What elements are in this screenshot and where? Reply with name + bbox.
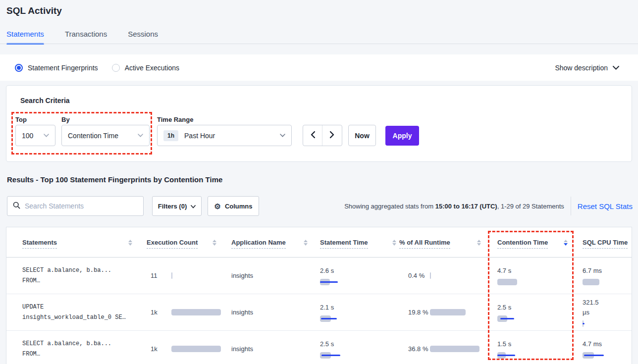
search-statements-box[interactable] xyxy=(7,196,144,216)
top-select-value: 100 xyxy=(22,132,33,140)
sort-icon-application-name[interactable] xyxy=(304,240,308,246)
execution-count-cell: 1k xyxy=(147,331,230,364)
statement-cell[interactable]: SELECT a.balance, b.ba...FROM… xyxy=(22,258,141,294)
execution-count-cell: 1k xyxy=(147,294,230,330)
time-range-value: Past Hour xyxy=(184,132,215,140)
columns-button[interactable]: ⚙ Columns xyxy=(208,196,259,216)
sort-icon-contention-time-desc[interactable] xyxy=(564,240,568,246)
chevron-down-icon xyxy=(613,66,619,70)
columns-button-label: Columns xyxy=(225,203,253,210)
tab-sessions[interactable]: Sessions xyxy=(128,30,158,45)
sql-cpu-time-bar xyxy=(583,320,627,327)
search-icon xyxy=(13,202,20,211)
apply-button[interactable]: Apply xyxy=(385,126,419,146)
table-row[interactable]: UPDATEinsights_workload_table_0 SE… 1k i… xyxy=(6,294,632,331)
sql-cpu-time-cell: 4.7 ms xyxy=(583,331,630,364)
table-row[interactable]: SELECT a.balance, b.ba...FROM… 1k insigh… xyxy=(6,331,632,364)
radio-selected-icon[interactable] xyxy=(15,64,23,72)
sort-icon-execution-count[interactable] xyxy=(213,240,216,246)
header-statements[interactable]: Statements xyxy=(22,239,57,246)
search-criteria-title: Search Criteria xyxy=(20,97,70,104)
page-title: SQL Activity xyxy=(6,5,62,16)
view-mode-radio-group: Statement Fingerprints Active Executions xyxy=(15,64,179,72)
execution-count-bar xyxy=(171,346,226,352)
header-contention-time[interactable]: Contention Time xyxy=(497,239,548,246)
tab-statements[interactable]: Statements xyxy=(6,30,44,45)
execution-count-bar xyxy=(171,309,226,315)
view-mode-strip: Statement Fingerprints Active Executions… xyxy=(0,54,638,81)
by-select[interactable]: Contention Time xyxy=(61,125,150,146)
runtime-percent-bar xyxy=(430,346,484,352)
stats-cluster: Showing aggregated stats from 15:00 to 1… xyxy=(344,196,633,216)
runtime-percent-bar xyxy=(430,272,484,279)
chevron-left-icon xyxy=(311,131,315,140)
statements-table: Statements Execution Count Application N… xyxy=(6,227,632,364)
statement-time-cell: 2.6 s xyxy=(320,258,394,294)
header-statement-time[interactable]: Statement Time xyxy=(320,239,368,246)
chevron-down-icon xyxy=(44,134,49,137)
top-select[interactable]: 100 xyxy=(15,125,55,146)
contention-time-bar xyxy=(497,352,552,359)
radio-label: Active Executions xyxy=(125,64,180,72)
contention-time-bar xyxy=(497,315,552,322)
time-range-label: Time Range xyxy=(157,116,193,123)
radio-statement-fingerprints[interactable]: Statement Fingerprints xyxy=(15,64,98,72)
now-button[interactable]: Now xyxy=(348,125,376,146)
statement-cell[interactable]: SELECT a.balance, b.ba...FROM… xyxy=(22,331,141,364)
tab-bar: Statements Transactions Sessions xyxy=(6,30,158,45)
show-description-label: Show description xyxy=(555,64,608,72)
gear-icon: ⚙ xyxy=(214,203,220,210)
sort-icon-percent-all-runtime[interactable] xyxy=(477,240,481,246)
tabbar-divider xyxy=(0,44,638,44)
time-range-stepper xyxy=(303,125,342,146)
by-label: By xyxy=(61,116,70,123)
sql-cpu-time-bar xyxy=(583,279,627,285)
statement-cell[interactable]: UPDATEinsights_workload_table_0 SE… xyxy=(22,294,141,330)
application-name-cell: insights xyxy=(231,331,306,364)
filters-button[interactable]: Filters (0) xyxy=(152,196,202,216)
sql-cpu-time-cell: 6.7 ms xyxy=(583,258,630,294)
contention-time-cell: 4.7 s xyxy=(497,258,572,294)
statement-time-bar xyxy=(320,315,374,322)
execution-count-cell: 11 xyxy=(147,258,230,294)
sql-cpu-time-bar xyxy=(583,352,627,359)
header-sql-cpu-time[interactable]: SQL CPU Time xyxy=(583,239,628,246)
top-label: Top xyxy=(15,116,27,123)
header-percent-all-runtime[interactable]: % of All Runtime xyxy=(399,239,450,246)
table-row[interactable]: SELECT a.balance, b.ba...FROM… 11 insigh… xyxy=(6,258,632,294)
header-application-name[interactable]: Application Name xyxy=(231,239,286,246)
chevron-down-icon xyxy=(280,134,285,137)
next-time-range-button[interactable] xyxy=(322,125,342,146)
stats-time-range: 15:00 to 16:17 (UTC) xyxy=(435,203,497,210)
by-select-value: Contention Time xyxy=(68,132,118,140)
search-criteria-card: Search Criteria Top 100 By Contention Ti… xyxy=(6,85,632,162)
statement-time-bar xyxy=(320,352,374,359)
previous-time-range-button[interactable] xyxy=(303,125,322,146)
sort-icon-statements[interactable] xyxy=(128,240,132,246)
show-description-toggle[interactable]: Show description xyxy=(555,54,619,81)
runtime-percent-cell: 36.8 % xyxy=(399,331,493,364)
radio-unselected-icon[interactable] xyxy=(112,64,120,72)
reset-sql-stats-link[interactable]: Reset SQL Stats xyxy=(578,202,633,210)
application-name-cell: insights xyxy=(231,258,306,294)
radio-active-executions[interactable]: Active Executions xyxy=(112,64,180,72)
results-heading: Results - Top 100 Statement Fingerprints… xyxy=(7,175,222,184)
header-execution-count[interactable]: Execution Count xyxy=(147,239,198,246)
search-statements-input[interactable] xyxy=(25,202,134,210)
time-range-select[interactable]: 1h Past Hour xyxy=(157,125,292,146)
table-header-row: Statements Execution Count Application N… xyxy=(6,227,632,258)
runtime-percent-bar xyxy=(430,309,484,315)
results-toolbar: Filters (0) ⚙ Columns Showing aggregated… xyxy=(7,196,633,216)
tab-transactions[interactable]: Transactions xyxy=(65,30,107,45)
runtime-percent-cell: 19.8 % xyxy=(399,294,493,330)
chevron-right-icon xyxy=(330,131,334,140)
contention-time-cell: 1.5 s xyxy=(497,331,572,364)
statement-time-cell: 2.5 s xyxy=(320,331,394,364)
sort-icon-statement-time[interactable] xyxy=(392,240,396,246)
contention-time-cell: 2.5 s xyxy=(497,294,572,330)
radio-label: Statement Fingerprints xyxy=(28,64,98,72)
chevron-down-icon xyxy=(191,203,196,210)
statement-time-bar xyxy=(320,279,374,285)
time-range-badge: 1h xyxy=(163,130,178,141)
execution-count-bar xyxy=(171,272,226,279)
